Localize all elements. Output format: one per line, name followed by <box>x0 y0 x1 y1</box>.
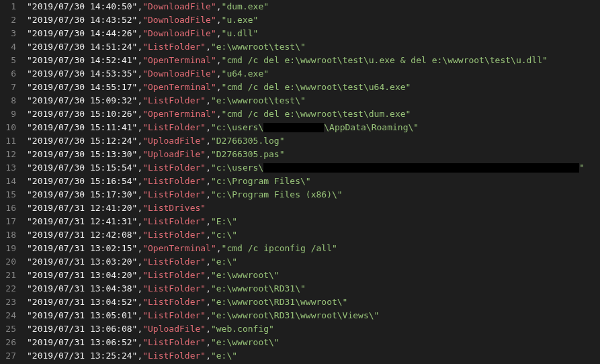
log-timestamp: "2019/07/31 12:41:31" <box>27 216 137 226</box>
line-number: 24 <box>0 309 16 322</box>
log-timestamp: "2019/07/31 13:04:20" <box>27 270 137 280</box>
line-number: 12 <box>0 148 16 161</box>
code-line[interactable]: "2019/07/31 13:06:52","ListFolder","e:\w… <box>27 336 600 349</box>
log-command: "ListFolder" <box>142 337 206 347</box>
code-line[interactable]: "2019/07/30 14:40:50","DownloadFile","du… <box>27 0 600 13</box>
log-command: "DownloadFile" <box>142 28 216 38</box>
log-argument: "web.config" <box>211 324 274 334</box>
code-line[interactable]: "2019/07/30 15:13:30","UploadFile","D276… <box>27 148 600 161</box>
log-command: "DownloadFile" <box>142 15 216 25</box>
code-line[interactable]: "2019/07/31 13:02:15","OpenTerminal","cm… <box>27 242 600 255</box>
separator: , <box>206 95 211 105</box>
log-timestamp: "2019/07/31 13:06:52" <box>27 337 137 347</box>
redacted-block <box>263 163 579 173</box>
code-line[interactable]: "2019/07/30 15:15:54","ListFolder","c:\u… <box>27 161 600 175</box>
code-line[interactable]: "2019/07/30 14:43:52","DownloadFile","u.… <box>27 13 600 27</box>
code-line[interactable]: "2019/07/30 15:12:24","UploadFile","D276… <box>27 134 600 148</box>
code-line[interactable]: "2019/07/31 12:42:08","ListFolder","c:\" <box>27 228 600 242</box>
code-line[interactable]: "2019/07/30 14:44:26","DownloadFile","u.… <box>27 27 600 40</box>
separator: , <box>216 1 222 11</box>
code-line[interactable]: "2019/07/30 15:17:30","ListFolder","c:\P… <box>27 188 600 201</box>
log-command: "UploadFile" <box>142 324 206 334</box>
log-timestamp: "2019/07/31 13:03:20" <box>27 257 137 267</box>
log-timestamp: "2019/07/30 14:53:35" <box>27 69 137 79</box>
log-command: "ListFolder" <box>142 216 206 226</box>
code-line[interactable]: "2019/07/31 13:04:20","ListFolder","e:\w… <box>27 269 600 282</box>
code-line[interactable]: "2019/07/31 13:04:38","ListFolder","e:\w… <box>27 282 600 295</box>
code-line[interactable]: "2019/07/30 14:53:35","DownloadFile","u6… <box>27 67 600 81</box>
log-argument: "c:\Program Files\" <box>211 176 311 186</box>
code-line[interactable]: "2019/07/30 14:52:41","OpenTerminal","cm… <box>27 54 600 67</box>
separator: , <box>206 337 211 347</box>
log-timestamp: "2019/07/30 14:51:24" <box>27 42 137 52</box>
code-line[interactable]: "2019/07/30 15:09:32","ListFolder","e:\w… <box>27 94 600 107</box>
log-command: "ListFolder" <box>142 163 206 173</box>
separator: , <box>206 149 211 159</box>
log-command: "ListFolder" <box>142 230 206 240</box>
line-number: 23 <box>0 295 16 309</box>
redacted-block <box>263 123 324 132</box>
log-timestamp: "2019/07/31 13:02:15" <box>27 243 137 253</box>
line-number: 11 <box>0 134 16 148</box>
log-timestamp: "2019/07/30 15:09:32" <box>27 95 137 105</box>
log-argument: "c:\Program Files (x86)\" <box>211 189 343 199</box>
separator: , <box>206 351 211 361</box>
code-line[interactable]: "2019/07/31 13:25:24","ListFolder","e:\" <box>27 349 600 363</box>
log-timestamp: "2019/07/31 13:06:08" <box>27 324 137 334</box>
log-command: "ListFolder" <box>142 310 206 320</box>
log-argument: "e:\" <box>211 351 237 361</box>
log-argument-post: \AppData\Roaming\" <box>324 122 419 132</box>
separator: , <box>216 55 222 65</box>
log-command: "OpenTerminal" <box>142 109 216 119</box>
log-argument: "cmd /c del e:\wwwroot\test\u.exe & del … <box>222 55 548 65</box>
log-timestamp: "2019/07/30 15:10:26" <box>27 109 137 119</box>
code-line[interactable]: "2019/07/31 13:04:52","ListFolder","e:\w… <box>27 295 600 309</box>
separator: , <box>206 189 211 199</box>
line-number: 26 <box>0 336 16 349</box>
line-number: 22 <box>0 282 16 295</box>
separator: , <box>206 324 211 334</box>
log-argument: "dum.exe" <box>222 1 269 11</box>
separator: , <box>206 230 211 240</box>
code-line[interactable]: "2019/07/31 13:05:01","ListFolder","e:\w… <box>27 309 600 322</box>
log-timestamp: "2019/07/30 15:15:54" <box>27 163 137 173</box>
separator: , <box>206 270 211 280</box>
log-timestamp: "2019/07/30 15:16:54" <box>27 176 137 186</box>
code-line[interactable]: "2019/07/31 13:03:20","ListFolder","e:\" <box>27 255 600 269</box>
code-line[interactable]: "2019/07/31 12:41:31","ListFolder","E:\" <box>27 215 600 228</box>
log-argument-pre: "c:\users\ <box>211 122 263 132</box>
code-line[interactable]: "2019/07/30 14:51:24","ListFolder","e:\w… <box>27 40 600 54</box>
log-argument: "c:\" <box>211 230 237 240</box>
separator: , <box>216 82 222 92</box>
line-number: 6 <box>0 67 16 81</box>
code-line[interactable]: "2019/07/30 15:16:54","ListFolder","c:\P… <box>27 175 600 188</box>
log-command: "ListDrives" <box>142 203 206 213</box>
separator: , <box>216 243 222 253</box>
line-number: 20 <box>0 255 16 269</box>
line-number: 4 <box>0 40 16 54</box>
separator: , <box>216 69 222 79</box>
log-command: "ListFolder" <box>142 189 206 199</box>
log-argument: "cmd /c del e:\wwwroot\test\dum.exe" <box>222 109 411 119</box>
code-area[interactable]: "2019/07/30 14:40:50","DownloadFile","du… <box>27 0 600 364</box>
line-number: 14 <box>0 175 16 188</box>
separator: , <box>216 28 222 38</box>
line-number: 1 <box>0 0 16 13</box>
code-line[interactable]: "2019/07/30 15:10:26","OpenTerminal","cm… <box>27 107 600 121</box>
separator: , <box>206 42 211 52</box>
code-line[interactable]: "2019/07/31 12:41:20","ListDrives" <box>27 201 600 215</box>
log-argument: "D2766305.log" <box>211 136 285 146</box>
log-timestamp: "2019/07/31 13:25:24" <box>27 351 137 361</box>
code-line[interactable]: "2019/07/31 13:06:08","UploadFile","web.… <box>27 322 600 336</box>
log-command: "OpenTerminal" <box>142 82 216 92</box>
code-line[interactable]: "2019/07/30 15:11:41","ListFolder","c:\u… <box>27 121 600 134</box>
line-number: 5 <box>0 54 16 67</box>
log-argument: "e:\wwwroot\test\" <box>211 95 306 105</box>
code-line[interactable]: "2019/07/30 14:55:17","OpenTerminal","cm… <box>27 81 600 94</box>
log-command: "ListFolder" <box>142 270 206 280</box>
log-timestamp: "2019/07/30 15:13:30" <box>27 149 137 159</box>
separator: , <box>216 109 222 119</box>
line-number: 18 <box>0 228 16 242</box>
log-command: "ListFolder" <box>142 122 206 132</box>
log-argument: "e:\" <box>211 257 237 267</box>
